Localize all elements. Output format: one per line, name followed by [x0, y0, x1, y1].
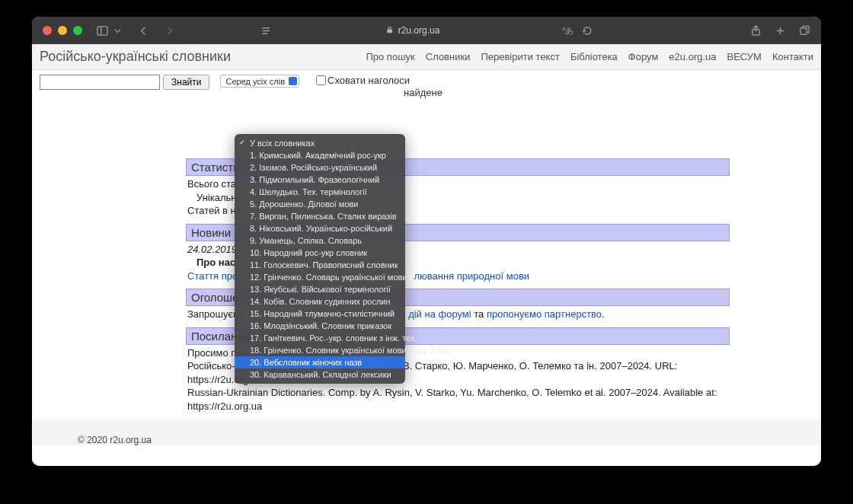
dropdown-item[interactable]: 7. Вирган, Пилинська. Сталих виразів — [235, 210, 405, 222]
dropdown-item[interactable]: 20. Вебсловник жіночих назв — [235, 356, 405, 368]
window-controls — [43, 26, 82, 35]
page-footer: © 2020 r2u.org.ua — [32, 419, 821, 445]
search-input[interactable] — [40, 75, 160, 90]
dropdown-item[interactable]: 9. Уманець, Спілка. Словарь — [235, 234, 405, 247]
hide-accents-checkbox[interactable]: Сховати наголоси — [316, 75, 410, 86]
nav-link[interactable]: Про пошук — [366, 51, 414, 62]
top-nav: Про пошук Словники Перевірити текст Бібл… — [366, 51, 813, 62]
dropdown-item[interactable]: 2. Ізюмов. Російсько-український — [235, 161, 405, 174]
dropdown-item[interactable]: 5. Дорошенко. Ділової мови — [235, 198, 405, 210]
sidebar-toggle-icon[interactable] — [96, 24, 108, 37]
translate-icon[interactable]: ᴬあ — [561, 24, 573, 37]
dropdown-item[interactable]: 18. Грінченко. Словник української мови … — [235, 344, 405, 356]
search-row: Знайти Серед усіх слів Сховати наголоси … — [32, 70, 821, 94]
search-mode-select[interactable]: Серед усіх слів — [220, 75, 299, 88]
minimize-window-button[interactable] — [58, 26, 67, 35]
dropdown-item[interactable]: 11. Голоскевич. Правописний словник — [235, 259, 405, 271]
nav-link[interactable]: Бібліотека — [570, 51, 618, 62]
nav-link[interactable]: Контакти — [772, 51, 813, 62]
news-article-link[interactable]: лювання природної мови — [414, 270, 529, 282]
nav-link[interactable]: Форум — [628, 51, 659, 62]
dropdown-item[interactable]: 10. Народний рос-укр словник — [235, 247, 405, 259]
reader-mode-icon[interactable] — [260, 24, 272, 37]
dropdown-item[interactable]: 8. Ніковський. Українсько-російський — [235, 222, 405, 234]
hide-accents-input[interactable] — [316, 75, 326, 85]
site-title: Російсько-українські словники — [40, 49, 231, 65]
dropdown-item[interactable]: 17. Ганіткевич. Рос.-укр. словник з інж.… — [235, 332, 405, 344]
news-article-link-prefix[interactable]: Стаття про — [187, 270, 238, 282]
maximize-window-button[interactable] — [73, 26, 82, 35]
announce-link-partner[interactable]: пропонуємо партнерство — [487, 308, 602, 320]
nav-link[interactable]: Перевірити текст — [481, 51, 559, 62]
chevron-down-icon[interactable] — [111, 24, 123, 37]
back-button[interactable] — [137, 24, 149, 37]
address-bar[interactable]: r2u.org.ua ᴬあ — [260, 24, 594, 37]
found-label: найдене — [404, 87, 442, 98]
dropdown-item[interactable]: 13. Якубські. Військової термінології — [235, 283, 405, 295]
dropdown-item[interactable]: 12. Грінченко. Словарь української мови — [235, 271, 405, 283]
page-header: Російсько-українські словники Про пошук … — [32, 44, 821, 70]
page-content: Російсько-українські словники Про пошук … — [32, 44, 821, 466]
dropdown-item[interactable]: 1. Кримський. Академічний рос-укр — [235, 149, 405, 161]
svg-rect-10 — [800, 27, 806, 33]
refs-line: Russian-Ukrainian Dictionaries. Comp. by… — [187, 386, 728, 413]
share-icon[interactable] — [749, 24, 762, 37]
lock-icon — [386, 25, 394, 36]
dropdown-item[interactable]: 15. Народний тлумачно-стилістичний — [235, 308, 405, 320]
url-text: r2u.org.ua — [398, 25, 440, 36]
forward-button[interactable] — [163, 24, 175, 37]
reload-icon[interactable] — [581, 24, 593, 37]
dictionary-dropdown[interactable]: У всіх словниках1. Кримський. Академічни… — [235, 134, 405, 384]
close-window-button[interactable] — [43, 26, 52, 35]
announce-mid: та — [471, 308, 487, 320]
titlebar: r2u.org.ua ᴬあ — [32, 17, 821, 44]
nav-link[interactable]: e2u.org.ua — [669, 51, 716, 62]
new-tab-icon[interactable] — [774, 24, 786, 37]
announce-suffix: . — [602, 308, 605, 320]
dropdown-item[interactable]: 14. Кобів. Словник судинних рослин — [235, 295, 405, 308]
svg-rect-0 — [97, 26, 107, 34]
dropdown-item[interactable]: 4. Шелудько. Тех. термінології — [235, 186, 405, 198]
search-button[interactable]: Знайти — [163, 75, 209, 90]
nav-link[interactable]: Словники — [426, 51, 471, 62]
tabs-overview-icon[interactable] — [798, 24, 810, 37]
dropdown-item[interactable]: У всіх словниках — [235, 137, 405, 149]
dropdown-item[interactable]: 16. Млодзінський. Словник приказок — [235, 320, 405, 332]
nav-link[interactable]: ВЕСУМ — [727, 51, 762, 62]
svg-rect-5 — [387, 29, 392, 33]
hide-accents-label: Сховати наголоси — [327, 75, 410, 86]
dropdown-item[interactable]: 3. Підмогильний. Фразеологічний — [235, 174, 405, 186]
dropdown-item[interactable]: 30. Караванський. Складної лексики — [235, 368, 405, 381]
browser-window: r2u.org.ua ᴬあ Російсько-українські словн… — [32, 17, 821, 466]
